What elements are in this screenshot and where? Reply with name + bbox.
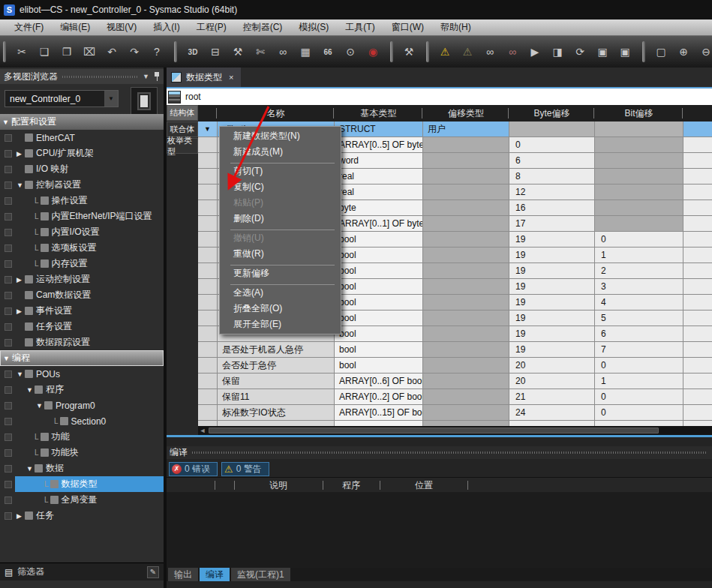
context-menu-item-redo[interactable]: 重做(R): [220, 246, 341, 262]
sidebar-item-data-types[interactable]: L数据类型: [0, 476, 164, 492]
table-row[interactable]: 保留ARRAY[0..6] OF bool201: [198, 374, 712, 388]
sidebar-item-ethercat[interactable]: EtherCAT: [0, 130, 164, 146]
sidebar-item-builtin-io[interactable]: L内置I/O设置: [0, 224, 164, 240]
cell-byte-offset[interactable]: 19: [509, 326, 594, 341]
cell-bit-offset[interactable]: [595, 137, 683, 152]
column-header-4[interactable]: Bit偏移: [595, 105, 683, 122]
sidebar-item-io-map[interactable]: I/O 映射: [0, 161, 164, 177]
expand-arrow-icon[interactable]: ▶: [17, 512, 25, 520]
menu-item-edit[interactable]: 编辑(E): [52, 20, 98, 35]
cell-offset-type[interactable]: [423, 421, 509, 426]
cell-extra[interactable]: [683, 184, 712, 200]
cell-base-type[interactable]: bool: [335, 295, 422, 310]
cell-base-type[interactable]: word: [335, 153, 422, 168]
cell-offset-type[interactable]: [423, 263, 509, 278]
cell-bit-offset[interactable]: [595, 216, 683, 231]
cell-byte-offset[interactable]: 19: [509, 342, 594, 357]
expand-arrow-icon[interactable]: ▼: [26, 465, 35, 472]
sidebar-item-pous[interactable]: ▼POUs: [0, 366, 164, 382]
sidebar-item-event-settings[interactable]: ▶事件设置: [0, 303, 164, 319]
cell-base-type[interactable]: ARRAY[0..15] OF bool: [335, 405, 422, 420]
cell-extra[interactable]: [683, 263, 712, 278]
close-icon[interactable]: ×: [229, 73, 233, 82]
bottom-tab-output[interactable]: 输出: [168, 568, 198, 581]
transfer-from-controller-icon[interactable]: ▣: [615, 42, 635, 62]
cell-offset-type[interactable]: [423, 169, 509, 184]
sidebar-item-programs[interactable]: ▼程序: [0, 382, 164, 398]
sidebar-item-program0[interactable]: ▼Program0: [0, 398, 164, 413]
cell-extra[interactable]: [683, 200, 712, 215]
cell-base-type[interactable]: bool: [335, 248, 422, 262]
table-row[interactable]: 会否处于急停bool200: [198, 358, 712, 373]
side-tab-enum[interactable]: 枚举类型: [167, 138, 198, 154]
cell-byte-offset[interactable]: 20: [509, 374, 594, 388]
cell-base-type[interactable]: ARRAY[0..6] OF bool: [335, 374, 422, 388]
expand-arrow-icon[interactable]: ▶: [17, 150, 25, 158]
cell-offset-type[interactable]: [423, 342, 509, 357]
search-icon[interactable]: ⊙: [341, 42, 360, 62]
cell-byte-offset[interactable]: 17: [509, 216, 594, 231]
zoom-out-icon[interactable]: ⊖: [696, 42, 712, 62]
cell-byte-offset[interactable]: 0: [509, 137, 594, 152]
monitor-icon[interactable]: ∞: [480, 42, 500, 62]
column-header-0[interactable]: 名称: [218, 105, 334, 122]
cell-extra[interactable]: [683, 295, 712, 310]
cell-offset-type[interactable]: [423, 310, 509, 326]
cell-byte-offset[interactable]: 21: [509, 389, 594, 404]
cell-name[interactable]: 保留: [218, 374, 334, 388]
sidebar-item-section0[interactable]: LSection0: [0, 413, 164, 429]
cell-byte-offset[interactable]: 19: [509, 295, 594, 310]
expand-arrow-icon[interactable]: ▼: [3, 355, 12, 362]
cell-extra[interactable]: [683, 405, 712, 420]
chevron-down-icon[interactable]: ▼: [143, 73, 149, 80]
transfer-to-controller-icon[interactable]: ▣: [593, 42, 612, 62]
io-table-icon[interactable]: ▦: [296, 42, 315, 62]
scroll-left-icon[interactable]: ◄: [198, 426, 207, 435]
cell-offset-type[interactable]: [423, 216, 509, 231]
chevron-down-icon[interactable]: ▼: [104, 91, 118, 106]
3d-view-icon[interactable]: 3D: [183, 42, 203, 62]
cell-extra[interactable]: [683, 310, 712, 326]
copy-icon[interactable]: ❏: [35, 42, 54, 62]
cell-extra[interactable]: [683, 232, 712, 247]
abort-icon[interactable]: ◉: [363, 42, 383, 62]
cell-bit-offset[interactable]: 4: [595, 295, 683, 310]
side-tab-struct[interactable]: 结构体: [167, 105, 198, 121]
cell-base-type[interactable]: bool: [335, 279, 422, 294]
cell-offset-type[interactable]: [423, 405, 509, 420]
build-panel-header[interactable]: 编译: [167, 446, 712, 459]
sidebar-item-data-trace[interactable]: 数据跟踪设置: [0, 334, 164, 350]
sidebar-item-task-settings[interactable]: 任务设置: [0, 319, 164, 334]
menu-item-file[interactable]: 文件(F): [6, 20, 52, 35]
cell-name[interactable]: [218, 421, 334, 426]
cell-bit-offset[interactable]: 5: [595, 310, 683, 326]
cell-byte-offset[interactable]: 20: [509, 358, 594, 373]
context-menu-item-expand-all[interactable]: 展开全部(E): [220, 316, 341, 332]
cell-bit-offset[interactable]: 0: [595, 389, 683, 404]
menu-item-tools[interactable]: 工具(T): [337, 20, 383, 35]
cell-offset-type[interactable]: [423, 184, 509, 200]
cell-bit-offset[interactable]: 7: [595, 342, 683, 357]
horizontal-scrollbar[interactable]: ◄: [198, 426, 712, 435]
cell-base-type[interactable]: real: [335, 184, 422, 200]
error-count-badge[interactable]: ✗ 0 错误: [169, 462, 218, 476]
cell-name[interactable]: 是否处于机器人急停: [218, 342, 334, 357]
cell-offset-type[interactable]: [423, 326, 509, 341]
cell-offset-type[interactable]: 用户: [423, 122, 509, 136]
expand-arrow-icon[interactable]: ▼: [2, 118, 11, 126]
tool-icon[interactable]: ⚒: [228, 42, 248, 62]
expand-arrow-icon[interactable]: ▼: [26, 386, 35, 394]
cell-offset-type[interactable]: [423, 279, 509, 294]
cell-base-type[interactable]: real: [335, 169, 422, 184]
cell-extra[interactable]: [683, 326, 712, 341]
cell-bit-offset[interactable]: 6: [595, 326, 683, 341]
cell-name[interactable]: 标准数字IO状态: [218, 405, 334, 420]
expand-arrow-icon[interactable]: ▼: [17, 182, 25, 189]
cell-bit-offset[interactable]: 1: [595, 248, 683, 262]
tab-data-types[interactable]: 数据类型 ×: [167, 68, 241, 87]
undo-icon[interactable]: ↶: [102, 42, 122, 62]
expand-arrow-icon[interactable]: ▼: [36, 402, 44, 410]
cell-extra[interactable]: [683, 421, 712, 426]
table-row[interactable]: 标准数字IO状态ARRAY[0..15] OF bool240: [198, 405, 712, 420]
sidebar-section-programming[interactable]: ▼编程: [0, 350, 164, 366]
